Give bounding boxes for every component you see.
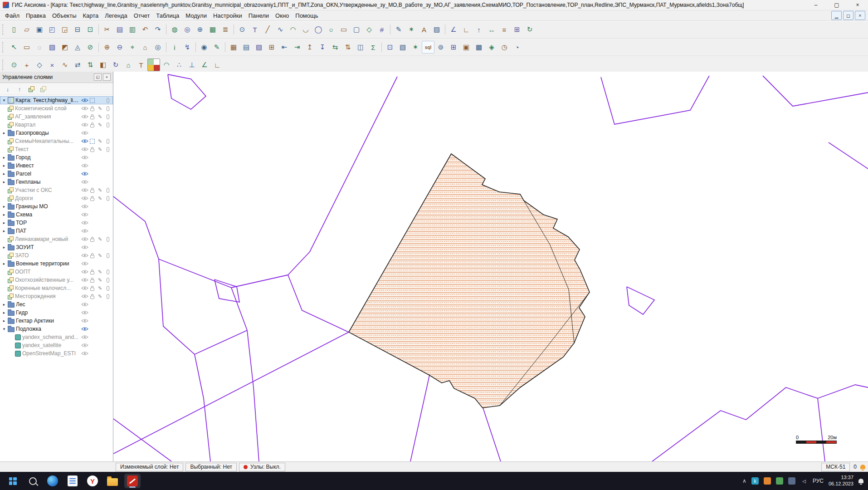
- selectable-box-icon[interactable]: [90, 98, 95, 103]
- menu-item-9[interactable]: Панели: [245, 11, 272, 20]
- layout-window-button[interactable]: ⊞: [511, 23, 523, 36]
- visibility-eye-icon[interactable]: [81, 237, 88, 241]
- align-right-button[interactable]: ⇥: [291, 41, 303, 54]
- expand-arrow-icon[interactable]: ▸: [2, 220, 6, 225]
- menu-item-3[interactable]: Карта: [80, 11, 102, 20]
- drawing-tool-button[interactable]: ✎: [210, 41, 223, 54]
- line-tool-button[interactable]: ╱: [261, 23, 274, 36]
- lock-icon[interactable]: [90, 288, 94, 291]
- align-bottom-button[interactable]: ↧: [316, 41, 329, 54]
- redo-button[interactable]: ↷: [151, 23, 164, 36]
- menu-item-0[interactable]: Файл: [2, 11, 23, 20]
- menu-item-7[interactable]: Модули: [182, 11, 210, 20]
- mdi-minimize-button[interactable]: ▁: [831, 11, 842, 20]
- edit-pencil-icon[interactable]: ✎: [98, 237, 102, 242]
- visibility-eye-icon[interactable]: [81, 278, 88, 282]
- layer-item-13[interactable]: ▸Границы МО: [0, 202, 113, 211]
- group-objects-button[interactable]: ◫: [354, 41, 367, 54]
- edit-pencil-icon[interactable]: ✎: [98, 253, 102, 258]
- edit-pencil-icon[interactable]: ✎: [98, 270, 102, 274]
- raster-style-button[interactable]: ▩: [473, 41, 485, 54]
- smooth-line-button[interactable]: ∿: [59, 59, 71, 71]
- visibility-eye-icon[interactable]: [81, 302, 88, 307]
- layer-item-28[interactable]: ▾Подложка: [0, 325, 113, 333]
- map-canvas[interactable]: 0 20м: [113, 72, 868, 461]
- hotlink-button[interactable]: ↯: [181, 41, 194, 54]
- layer-item-31[interactable]: OpenStreetMap_ESTI: [0, 349, 113, 358]
- edit-pencil-icon[interactable]: ✎: [98, 114, 102, 119]
- layer-item-26[interactable]: ▸Гидр: [0, 309, 113, 317]
- expand-arrow-icon[interactable]: ▸: [2, 172, 6, 176]
- lock-icon[interactable]: [90, 255, 94, 258]
- tray-icon-1[interactable]: k: [751, 477, 759, 485]
- scale-range-button[interactable]: ↔: [485, 23, 498, 36]
- zoom-out-button[interactable]: ⊖: [113, 41, 126, 54]
- redraw-button[interactable]: ↻: [523, 23, 536, 36]
- layer-move-down-button[interactable]: ↓: [4, 85, 12, 93]
- visibility-eye-icon[interactable]: [81, 261, 88, 266]
- expand-arrow-icon[interactable]: ▸: [2, 163, 6, 168]
- taskbar-app-edge[interactable]: [44, 474, 61, 488]
- visibility-eye-icon[interactable]: [81, 220, 88, 225]
- convert-to-region-button[interactable]: ⌂: [122, 59, 135, 71]
- circle-tool-button[interactable]: ○: [325, 23, 337, 36]
- expand-arrow-icon[interactable]: ▸: [2, 180, 6, 184]
- window-restore-button[interactable]: ▢: [826, 0, 847, 10]
- paperclip-icon[interactable]: [107, 114, 109, 119]
- visibility-eye-icon[interactable]: [81, 343, 88, 348]
- point-tool-button[interactable]: ⊙: [236, 23, 249, 36]
- image-register-button[interactable]: ◈: [485, 41, 498, 54]
- expand-arrow-icon[interactable]: ▸: [2, 229, 6, 233]
- select-arrow-button[interactable]: ↖: [8, 41, 20, 54]
- lock-icon[interactable]: [90, 239, 94, 242]
- expand-arrow-icon[interactable]: ▸: [2, 212, 6, 217]
- undo-button[interactable]: ↶: [139, 23, 151, 36]
- paperclip-icon[interactable]: [107, 147, 109, 152]
- style-pen-button[interactable]: ✎: [392, 23, 405, 36]
- menu-item-4[interactable]: Легенда: [102, 11, 130, 20]
- visibility-eye-icon[interactable]: [81, 172, 88, 176]
- visibility-eye-icon[interactable]: [81, 286, 88, 290]
- angle-measure-button[interactable]: ∠: [198, 59, 211, 71]
- edit-pencil-icon[interactable]: ✎: [98, 139, 102, 144]
- snap-toggle-button[interactable]: ◉: [198, 41, 210, 54]
- lock-icon[interactable]: [90, 190, 94, 193]
- visibility-eye-icon[interactable]: [81, 147, 88, 152]
- expand-arrow-icon[interactable]: ▾: [2, 327, 6, 331]
- layer-item-21[interactable]: ООПТ✎: [0, 268, 113, 276]
- visibility-eye-icon[interactable]: [81, 253, 88, 258]
- edit-pencil-icon[interactable]: ✎: [98, 286, 102, 291]
- edit-pencil-icon[interactable]: ✎: [98, 188, 102, 193]
- align-left-button[interactable]: ⇤: [278, 41, 291, 54]
- layer-item-23[interactable]: Коренные малочисл...✎: [0, 284, 113, 292]
- visibility-eye-icon[interactable]: [81, 335, 88, 339]
- layer-item-17[interactable]: Лиинахамари_новый✎: [0, 235, 113, 243]
- polygon-tool-button[interactable]: ◇: [363, 23, 375, 36]
- layer-item-16[interactable]: ▸ПАТ: [0, 227, 113, 235]
- flip-horizontal-button[interactable]: ⇄: [71, 59, 84, 71]
- layer-item-5[interactable]: СхемыНекапитальны...✎: [0, 137, 113, 145]
- perpendicular-button[interactable]: ⊥: [185, 59, 198, 71]
- new-document-button[interactable]: ▯: [8, 23, 20, 36]
- layer-style-button[interactable]: [39, 85, 47, 93]
- flip-vertical-button[interactable]: ⇅: [84, 59, 97, 71]
- layer-item-11[interactable]: Участки с ОКС✎: [0, 186, 113, 194]
- visibility-eye-icon[interactable]: [81, 229, 88, 233]
- paperclip-icon[interactable]: [107, 278, 109, 283]
- layer-item-12[interactable]: Дороги✎: [0, 194, 113, 202]
- menu-item-6[interactable]: Таблица: [153, 11, 182, 20]
- layer-item-18[interactable]: ▸ЗОУИТ: [0, 243, 113, 251]
- print-preview-button[interactable]: ⊡: [84, 23, 97, 36]
- notification-bell-icon[interactable]: [860, 465, 865, 469]
- legend-window-button[interactable]: ⊞: [447, 41, 460, 54]
- delete-node-button[interactable]: ×: [46, 59, 59, 71]
- visibility-eye-icon[interactable]: [81, 139, 88, 143]
- hatched-parcel-polygon[interactable]: [349, 154, 590, 408]
- rotate-button[interactable]: ↻: [109, 59, 122, 71]
- paperclip-icon[interactable]: [107, 98, 109, 103]
- visibility-eye-icon[interactable]: [81, 270, 88, 274]
- expand-arrow-icon[interactable]: ▾: [2, 98, 6, 103]
- measure-angle-button[interactable]: ∠: [447, 23, 460, 36]
- district-window-button[interactable]: ▧: [396, 41, 409, 54]
- north-arrow-button[interactable]: ↑: [473, 23, 485, 36]
